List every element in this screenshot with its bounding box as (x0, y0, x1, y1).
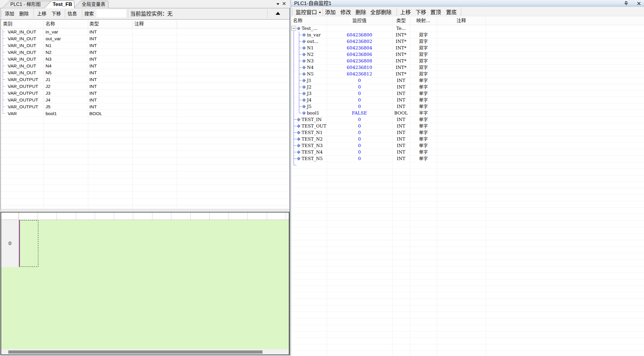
move-up-button[interactable]: 上移 (37, 8, 46, 19)
monitor-row-N2[interactable]: N2604236806INT*双字 (291, 51, 644, 58)
current-monitor-instance-label: 当前监控实例： (130, 8, 168, 19)
close-icon[interactable] (637, 1, 641, 6)
monitor-row-TEST_N4[interactable]: TEST_N40INT单字 (291, 149, 644, 155)
variable-row-J2[interactable]: VAR_OUTPUTJ2INT (1, 83, 289, 90)
monitor-window-menu[interactable]: 监控窗口 (296, 8, 317, 17)
monitor-row-TEST_IN[interactable]: TEST_IN0INT单字 (291, 116, 644, 123)
monitor-row-J4[interactable]: J40INT单字 (291, 97, 644, 103)
monitor-move-bottom-button[interactable]: 置底 (446, 8, 457, 17)
monitor-row-N1[interactable]: N1604236804INT*双字 (291, 45, 644, 51)
monitor-type: INT* (392, 71, 410, 77)
variable-row-N3[interactable]: VAR_IN_OUTN3INT (1, 56, 289, 62)
monitor-map: 双字 (410, 32, 437, 38)
variable-type: INT (89, 35, 97, 42)
toolbar-separator (323, 7, 323, 16)
column-resizer[interactable] (177, 20, 177, 28)
column-header-1[interactable]: 名称 (46, 20, 55, 28)
column-header-0[interactable]: 类别 (3, 20, 12, 28)
monitor-column-header-1[interactable]: 监控值 (327, 16, 392, 25)
variable-row-bool1[interactable]: VARbool1BOOL (1, 110, 289, 117)
monitor-row-N4[interactable]: N4604236810INT*双字 (291, 64, 644, 71)
variable-row-J5[interactable]: VAR_OUTPUTJ5INT (1, 103, 289, 110)
monitor-row-TEST_N2[interactable]: TEST_N20INT单字 (291, 136, 644, 142)
monitor-column-header-2[interactable]: 类型 (392, 16, 410, 25)
horizontal-splitter[interactable] (0, 209, 290, 212)
column-resizer[interactable] (88, 20, 88, 28)
variable-row-out_var[interactable]: VAR_IN_OUTout_varINT (1, 35, 289, 42)
monitor-move-down-button[interactable]: 下移 (416, 8, 426, 17)
monitor-add-button[interactable]: 添加 (325, 8, 336, 17)
search-input[interactable] (96, 9, 126, 17)
monitor-row-J5[interactable]: J50INT单字 (291, 103, 644, 110)
monitor-row-in_var[interactable]: in_var604236800INT*双字 (291, 32, 644, 38)
monitor-move-top-button[interactable]: 置顶 (430, 8, 441, 17)
variable-category: VAR_IN_OUT (8, 62, 36, 69)
monitor-row-TEST_N3[interactable]: TEST_N30INT单字 (291, 142, 644, 149)
monitor-row-TEST_N1[interactable]: TEST_N10INT单字 (291, 129, 644, 136)
monitor-modify-button[interactable]: 修改 (340, 8, 351, 17)
toolbar-separator (128, 9, 128, 18)
monitor-name: TEST_OUT (302, 123, 326, 129)
monitor-column-header-4[interactable]: 注释 (437, 16, 486, 25)
monitor-delete-button[interactable]: 删除 (355, 8, 366, 17)
scrollbar-thumb[interactable] (8, 350, 263, 354)
column-resizer[interactable] (44, 20, 44, 28)
variable-name: J1 (46, 76, 50, 83)
monitor-move-up-button[interactable]: 上移 (400, 8, 411, 17)
tab-close-icon[interactable] (282, 2, 286, 5)
dropdown-arrow-icon[interactable] (319, 12, 321, 13)
monitor-map: 单字 (410, 116, 437, 123)
monitor-row-N3[interactable]: N3604236808INT*双字 (291, 58, 644, 64)
tab-list-dropdown-icon[interactable] (276, 3, 279, 5)
monitor-row-N5[interactable]: N5604236812INT*双字 (291, 71, 644, 77)
column-header-2[interactable]: 类型 (89, 20, 99, 28)
monitor-map: 单字 (410, 90, 437, 97)
monitor-row-J1[interactable]: J10INT单字 (291, 77, 644, 84)
monitor-value: 0 (327, 90, 392, 97)
monitor-map: 单字 (410, 149, 437, 155)
monitor-row-TEST_OUT[interactable]: TEST_OUT0INT单字 (291, 123, 644, 129)
toolbar-separator (33, 9, 34, 18)
plc-ide: PLC1 - 梯形图 Test_FB 全局变量表 添加 删除 上移 下移 信息 … (0, 0, 644, 356)
monitor-row-out[interactable]: out...604236802INT*双字 (291, 38, 644, 45)
variable-row-N5[interactable]: VAR_IN_OUTN5INT (1, 69, 289, 76)
tab-test-fb[interactable]: Test_FB (53, 0, 72, 8)
move-down-button[interactable]: 下移 (51, 8, 61, 19)
monitor-column-header-3[interactable]: 映射... (410, 16, 437, 25)
monitor-row-bool1[interactable]: bool1FALSEBOOL半字 (291, 110, 644, 116)
pin-icon[interactable] (624, 1, 629, 6)
ladder-canvas[interactable] (1, 220, 289, 349)
monitor-row-Test_[interactable]: Test_...Te... (291, 25, 644, 32)
monitor-value: 604236810 (327, 64, 392, 71)
tab-plc1-ladder[interactable]: PLC1 - 梯形图 (10, 0, 41, 8)
variable-row-J3[interactable]: VAR_OUTPUTJ3INT (1, 90, 289, 96)
variable-row-J1[interactable]: VAR_OUTPUTJ1INT (1, 76, 289, 83)
delete-button[interactable]: 删除 (19, 8, 29, 19)
monitor-type: INT (392, 103, 410, 110)
monitor-delete-all-button[interactable]: 全部删除 (370, 8, 392, 17)
variable-row-N1[interactable]: VAR_IN_OUTN1INT (1, 42, 289, 49)
monitor-row-J2[interactable]: J20INT单字 (291, 84, 644, 90)
tab-global-vars[interactable]: 全局变量表 (82, 0, 105, 8)
ladder-column-lines (38, 212, 289, 220)
variable-row-N4[interactable]: VAR_IN_OUTN4INT (1, 62, 289, 69)
horizontal-scrollbar[interactable] (1, 349, 289, 355)
variable-row-N2[interactable]: VAR_IN_OUTN2INT (1, 49, 289, 56)
monitor-row-TEST_N5[interactable]: TEST_N50INT单字 (291, 155, 644, 162)
monitor-titlebar: PLC1-自由监控1 (291, 0, 644, 7)
selected-cell[interactable] (19, 220, 39, 267)
monitor-row-J3[interactable]: J30INT单字 (291, 90, 644, 97)
monitor-type: INT (392, 129, 410, 136)
column-resizer[interactable] (132, 20, 133, 28)
info-button[interactable]: 信息 (67, 8, 77, 19)
variable-row-J4[interactable]: VAR_OUTPUTJ4INT (1, 96, 289, 103)
variable-row-in_var[interactable]: VAR_IN_OUTin_varINT (1, 28, 289, 35)
monitor-value: 604236802 (327, 38, 392, 45)
column-header-3[interactable]: 注释 (134, 20, 144, 28)
collapse-panel-button[interactable] (276, 12, 280, 15)
monitor-column-header-0[interactable]: 名称 (293, 16, 302, 25)
add-button[interactable]: 添加 (5, 8, 14, 19)
variable-type: BOOL (89, 110, 102, 117)
variable-type: INT (89, 56, 97, 62)
monitor-value: 604236800 (327, 32, 392, 38)
